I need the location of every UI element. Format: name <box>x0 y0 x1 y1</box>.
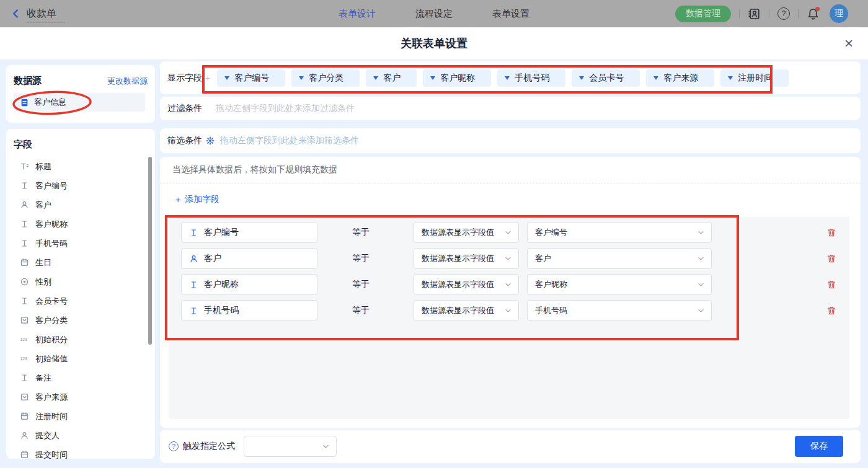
chevron-down-icon <box>504 255 512 263</box>
rule-row: 客户昵称等于数据源表显示字段值客户昵称 <box>181 274 849 295</box>
field-item[interactable]: 生日 <box>6 253 155 272</box>
field-item[interactable]: 备注 <box>6 368 155 387</box>
source-select[interactable]: 数据源表显示字段值 <box>414 300 519 321</box>
field-item[interactable]: 客户分类 <box>6 311 155 330</box>
add-field-button[interactable]: + 添加字段 <box>175 194 219 205</box>
help-icon[interactable]: ? <box>777 7 790 20</box>
bell-icon[interactable] <box>807 7 820 20</box>
field-item[interactable]: 客户昵称 <box>6 214 155 234</box>
field-item[interactable]: 会员卡号 <box>6 291 155 311</box>
display-field-tag[interactable]: 客户编号 <box>217 69 285 87</box>
triangle-down-icon <box>728 76 733 80</box>
rule-field-label: 客户昵称 <box>204 279 239 290</box>
rule-field-box[interactable]: 客户 <box>181 248 317 269</box>
selected-datasource-item[interactable]: 客户信息 <box>14 93 145 112</box>
avatar[interactable]: 理 <box>830 4 848 23</box>
rule-field-box[interactable]: 手机号码 <box>181 300 317 321</box>
number-icon: 123 <box>20 354 29 363</box>
plus-icon: + <box>175 195 180 205</box>
back-icon[interactable] <box>10 8 21 19</box>
formula-help-icon[interactable]: ? <box>169 441 179 451</box>
save-button[interactable]: 保存 <box>795 436 843 457</box>
topbar-tabs: 表单设计 流程设定 表单设置 <box>339 0 529 27</box>
field-item-label: 提交时间 <box>35 449 68 459</box>
filter-dropzone[interactable]: 拖动左侧字段到此处来添加过滤条件 <box>216 103 355 114</box>
scrollbar-thumb[interactable] <box>148 157 152 345</box>
trash-icon[interactable] <box>826 306 836 316</box>
trash-icon[interactable] <box>826 227 836 237</box>
source-select[interactable]: 数据源表显示字段值 <box>414 274 519 295</box>
display-field-tag[interactable]: 客户分类 <box>291 69 360 87</box>
source-select[interactable]: 数据源表显示字段值 <box>414 248 519 269</box>
document-icon <box>20 98 29 107</box>
rule-field-label: 客户 <box>204 253 221 264</box>
field-item-label: 注册时间 <box>35 411 68 422</box>
field-item[interactable]: 123初始储值 <box>6 349 155 368</box>
value-select[interactable]: 客户编号 <box>527 222 712 243</box>
chevron-down-icon <box>504 307 512 315</box>
notification-dot <box>815 7 820 11</box>
trash-icon[interactable] <box>826 280 836 289</box>
tag-label: 手机号码 <box>515 73 549 84</box>
text-icon <box>189 306 198 316</box>
display-field-tag[interactable]: 客户 <box>366 69 417 87</box>
tab-form-design[interactable]: 表单设计 <box>339 8 376 20</box>
formula-select[interactable] <box>244 436 337 457</box>
field-item[interactable]: 提交时间 <box>6 445 155 459</box>
tab-form-settings[interactable]: 表单设置 <box>492 8 529 20</box>
display-field-tag[interactable]: 客户昵称 <box>423 69 491 87</box>
rules-list-container: 客户编号等于数据源表显示字段值客户编号客户等于数据源表显示字段值客户客户昵称等于… <box>169 217 849 419</box>
field-item[interactable]: 注册时间 <box>6 407 155 426</box>
footer-bar: ? 触发指定公式 保存 <box>160 430 861 463</box>
rule-field-box[interactable]: 客户编号 <box>181 222 317 243</box>
field-item[interactable]: 手机号码 <box>6 234 155 253</box>
triangle-down-icon <box>373 76 378 80</box>
field-item[interactable]: 客户 <box>6 195 155 214</box>
display-fields-row: 显示字段 + 客户编号客户分类客户客户昵称手机号码会员卡号客户来源注册时间 <box>160 61 861 94</box>
display-field-tag[interactable]: 会员卡号 <box>572 69 640 87</box>
chevron-down-icon <box>697 307 705 315</box>
topbar: 收款单 表单设计 流程设定 表单设置 数据管理 ? <box>0 0 868 27</box>
field-item-label: 备注 <box>35 373 51 384</box>
field-item[interactable]: 标题 <box>6 157 155 176</box>
gear-icon[interactable] <box>206 136 215 145</box>
value-select[interactable]: 手机号码 <box>527 300 712 321</box>
sift-dropzone[interactable]: 拖动左侧字段到此处来添加筛选条件 <box>220 135 359 146</box>
data-manage-button[interactable]: 数据管理 <box>675 6 731 22</box>
svg-text:123: 123 <box>20 337 27 342</box>
value-select[interactable]: 客户昵称 <box>527 274 712 295</box>
field-item-label: 手机号码 <box>35 238 68 249</box>
fill-rules-panel: 当选择具体数据后，将按如下规则填充数据 + 添加字段 客户编号等于数据源表显示字… <box>160 157 861 428</box>
close-icon[interactable]: × <box>844 36 853 51</box>
rule-rows: 客户编号等于数据源表显示字段值客户编号客户等于数据源表显示字段值客户客户昵称等于… <box>169 222 849 321</box>
display-field-tag[interactable]: 客户来源 <box>646 69 714 87</box>
source-select[interactable]: 数据源表显示字段值 <box>414 222 519 243</box>
value-select[interactable]: 客户 <box>527 248 712 269</box>
divider <box>798 9 799 18</box>
source-select-value: 数据源表显示字段值 <box>422 279 494 290</box>
rule-field-box[interactable]: 客户昵称 <box>181 274 317 295</box>
field-item[interactable]: 客户编号 <box>6 176 155 195</box>
add-display-field-icon[interactable]: + <box>205 73 210 83</box>
tab-workflow-settings[interactable]: 流程设定 <box>415 8 453 20</box>
divider <box>769 9 769 18</box>
add-field-label: 添加字段 <box>185 194 219 205</box>
address-book-icon[interactable] <box>748 7 761 20</box>
field-item[interactable]: 123初始积分 <box>6 330 155 349</box>
field-item[interactable]: 性别 <box>6 272 155 291</box>
modal-header: 关联表单设置 × <box>0 27 868 60</box>
operator-label: 等于 <box>352 305 370 316</box>
display-field-tag[interactable]: 注册时间 <box>720 69 789 87</box>
display-field-tags: 客户编号客户分类客户客户昵称手机号码会员卡号客户来源注册时间 <box>217 69 789 87</box>
triangle-down-icon <box>653 76 658 80</box>
change-datasource-link[interactable]: 更改数据源 <box>107 76 148 87</box>
display-field-tag[interactable]: 手机号码 <box>497 69 565 87</box>
rules-hint: 当选择具体数据后，将按如下规则填充数据 <box>172 164 337 175</box>
trash-icon[interactable] <box>826 254 836 263</box>
calendar-icon <box>20 258 29 267</box>
tag-label: 客户分类 <box>309 73 343 84</box>
field-item[interactable]: 客户来源 <box>6 387 155 407</box>
triangle-down-icon <box>299 76 304 80</box>
field-item[interactable]: 提交人 <box>6 426 155 445</box>
text-icon <box>20 239 29 248</box>
